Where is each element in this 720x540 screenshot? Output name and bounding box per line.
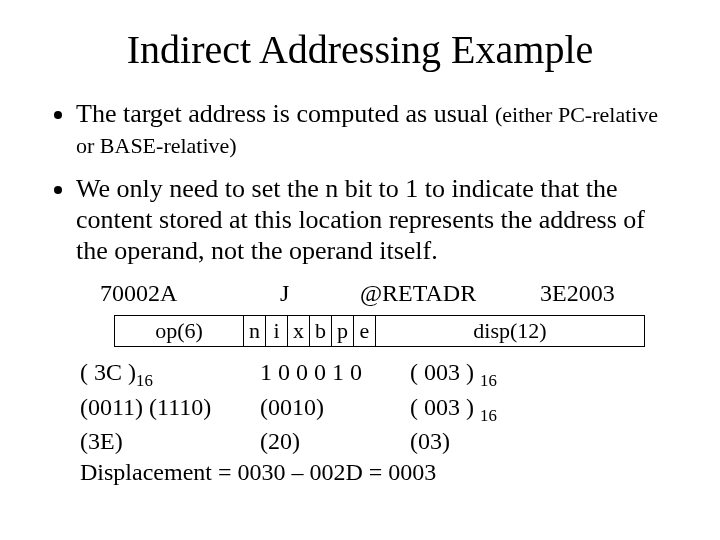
enc-e: e [354,316,376,347]
bullet-2: We only need to set the n bit to 1 to in… [76,174,680,266]
work-row-3: (3E) (20) (03) [80,426,680,457]
work-r1c2: 1 0 0 0 1 0 [260,357,410,391]
enc-i: i [266,316,288,347]
work-r2c1: (0011) (1110) [80,392,260,426]
encoding-table: op(6) n i x b p e disp(12) [114,315,645,347]
work-row-2: (0011) (1110) (0010) ( 003 ) 16 [80,392,680,426]
work-r2c3: ( 003 ) 16 [410,392,497,426]
enc-op: op(6) [115,316,244,347]
work-row-1: ( 3C )16 1 0 0 0 1 0 ( 003 ) 16 [80,357,680,391]
enc-n: n [244,316,266,347]
enc-b: b [310,316,332,347]
table-row: op(6) n i x b p e disp(12) [115,316,645,347]
asm-operand: @RETADR [360,280,540,307]
bullet-1-main: The target address is computed as usual [76,99,495,128]
displacement-line: Displacement = 0030 – 002D = 0003 [80,457,680,488]
asm-objcode: 3E2003 [540,280,615,307]
work-r1c3: ( 003 ) 16 [410,357,497,391]
work-r3c2: (20) [260,426,410,457]
work-r3c1: (3E) [80,426,260,457]
asm-mnemonic: J [280,280,360,307]
enc-p: p [332,316,354,347]
asm-addr: 70002A [100,280,280,307]
bullet-1: The target address is computed as usual … [76,99,680,160]
slide-title: Indirect Addressing Example [40,26,680,73]
assembly-line: 70002A J @RETADR 3E2003 op(6) n i x b p … [100,280,680,347]
work-r3c3: (03) [410,426,450,457]
work-r1c1: ( 3C )16 [80,357,260,391]
slide: Indirect Addressing Example The target a… [0,0,720,487]
enc-disp: disp(12) [376,316,645,347]
worked-example: ( 3C )16 1 0 0 0 1 0 ( 003 ) 16 (0011) (… [80,357,680,487]
work-r2c2: (0010) [260,392,410,426]
enc-x: x [288,316,310,347]
bullet-list: The target address is computed as usual … [58,99,680,266]
